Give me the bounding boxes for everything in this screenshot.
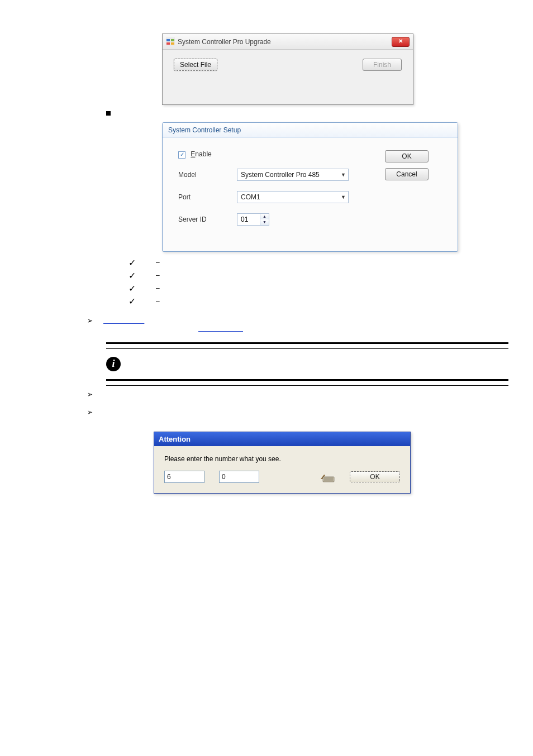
port-row: Port COM1 ▼ [178,191,385,203]
server-id-row: Server ID 01 ▲ ▼ [178,213,385,226]
captcha-input-1[interactable]: 6 [164,471,204,483]
note-link-2[interactable] [198,324,243,332]
divider [106,385,508,386]
checklist-item: ✓ – [129,283,499,294]
checkmark-icon: ✓ [129,296,136,307]
model-value: System Controller Pro 485 [241,171,320,179]
svg-rect-0 [166,37,175,46]
svg-rect-4 [171,42,174,45]
attention-dialog-title: Attention [154,432,410,446]
finish-button: Finish [363,59,402,71]
section-bullet [106,108,499,116]
attention-controls: 6 0 OK [164,471,400,483]
ok-button[interactable]: OK [385,150,429,162]
checklist-item: ✓ – [129,296,499,307]
enable-label-rest: nable [195,150,211,158]
checkmark-icon: ✓ [129,283,136,294]
info-band: i [106,342,508,386]
port-value: COM1 [241,193,260,201]
note-item: ➢ [87,317,499,332]
dash-icon: – [156,284,160,292]
triangle-bullet-icon: ➢ [87,317,93,324]
ok-button[interactable]: OK [350,471,400,482]
triangle-bullet-icon: ➢ [87,390,93,398]
model-select[interactable]: System Controller Pro 485 ▼ [237,169,349,181]
enable-row: ✓ Enable [178,150,385,159]
note-item: ➢ [87,408,499,416]
model-label: Model [178,171,237,179]
triangle-bullet-icon: ➢ [87,408,93,416]
checkmark-icon: ✓ [129,257,136,268]
info-icon: i [106,357,121,371]
checkmark-icon: ✓ [129,270,136,281]
keyboard-icon[interactable] [320,471,335,482]
svg-rect-3 [166,42,170,45]
upgrade-dialog-body: Select File Finish [163,50,413,104]
info-row: i [106,353,508,375]
divider [106,379,508,381]
svg-rect-2 [171,39,174,41]
stepper-down-icon[interactable]: ▼ [260,219,269,225]
square-bullet-icon [106,111,111,116]
attention-message: Please enter the number what you see. [164,455,400,463]
dash-icon: – [156,259,160,266]
port-select[interactable]: COM1 ▼ [237,191,349,203]
captcha-input-2[interactable]: 0 [219,471,259,483]
check-icon: ✓ [180,152,184,157]
stepper-up-icon[interactable]: ▲ [260,214,269,219]
enable-checkbox-wrapper: ✓ Enable [178,150,237,159]
stepper-buttons: ▲ ▼ [260,214,269,225]
note-item: ➢ [87,390,499,398]
setup-dialog-body: ✓ Enable Model System Controller Pro 485… [163,138,458,251]
divider [106,342,508,344]
svg-rect-1 [166,39,170,41]
cancel-button[interactable]: Cancel [385,168,429,180]
chevron-down-icon: ▼ [341,194,346,200]
note-content [103,317,499,332]
model-row: Model System Controller Pro 485 ▼ [178,169,385,181]
select-file-button[interactable]: Select File [174,59,217,71]
dash-icon: – [156,271,160,279]
server-id-stepper[interactable]: 01 ▲ ▼ [237,213,269,226]
setup-dialog-title: System Controller Setup [163,123,458,138]
checklist-item: ✓ – [129,270,499,281]
server-id-label: Server ID [178,216,237,223]
svg-rect-5 [323,477,334,482]
attention-dialog: Attention Please enter the number what y… [154,432,411,494]
enable-checkbox[interactable]: ✓ [178,151,185,159]
upgrade-dialog-title: System Controller Pro Upgrade [178,38,392,46]
app-icon [166,37,175,46]
upgrade-dialog-titlebar: System Controller Pro Upgrade ✕ [163,34,413,50]
setup-dialog-actions: OK Cancel [385,150,446,236]
divider [106,348,508,349]
checklist-item: ✓ – [129,257,499,268]
close-icon[interactable]: ✕ [392,37,410,47]
dash-icon: – [156,297,160,305]
attention-dialog-body: Please enter the number what you see. 6 … [154,446,410,493]
chevron-down-icon: ▼ [341,172,346,178]
port-label: Port [178,193,237,201]
upgrade-dialog: System Controller Pro Upgrade ✕ Select F… [162,34,413,105]
server-id-value: 01 [237,214,260,225]
setup-dialog: System Controller Setup ✓ Enable Model S… [162,122,458,252]
note-link-1[interactable] [103,317,144,324]
setup-dialog-form: ✓ Enable Model System Controller Pro 485… [178,150,385,236]
